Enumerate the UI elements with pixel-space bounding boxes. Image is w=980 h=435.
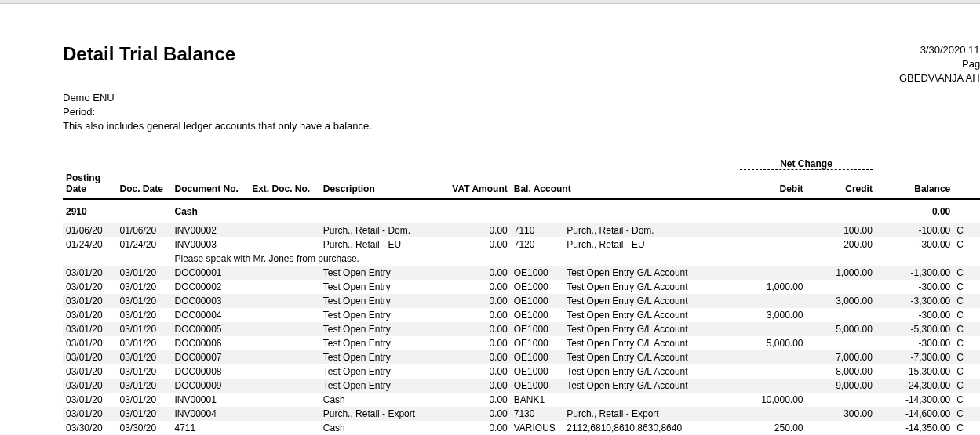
ledger-row: 03/01/2003/01/20DOC00009Test Open Entry0…: [63, 379, 980, 393]
col-balance: Balance: [876, 172, 953, 199]
group-header-row: Net Change: [63, 157, 980, 172]
ledger-row: 03/01/2003/01/20DOC00003Test Open Entry0…: [63, 294, 980, 308]
header-sub: Demo ENU Period: This also includes gene…: [63, 91, 980, 134]
detail-table: Net Change Posting Date Doc. Date Docume…: [63, 157, 980, 435]
comment-text: Please speak with Mr. Jones from purchas…: [171, 252, 980, 266]
report-user: GBEDV\ANJA AHLFELD: [899, 71, 980, 85]
col-description: Description: [320, 172, 442, 199]
opening-balance: 0.00: [876, 199, 953, 223]
col-posting-date: Posting Date: [63, 172, 116, 199]
col-doc-date: Doc. Date: [116, 172, 171, 199]
header-left: Detail Trial Balance: [63, 43, 235, 65]
column-header-row: Posting Date Doc. Date Document No. Ext.…: [63, 172, 980, 199]
col-credit: Credit: [807, 172, 876, 199]
ledger-row: 03/30/2003/30/204711Cash0.00VARIOUS2112;…: [63, 421, 980, 435]
report-title: Detail Trial Balance: [63, 43, 235, 65]
col-doc-no: Document No.: [171, 172, 249, 199]
ledger-row: 03/01/2003/01/20DOC00008Test Open Entry0…: [63, 364, 980, 379]
account-no: 2910: [63, 199, 116, 223]
ledger-row: 03/01/2003/01/20DOC00002Test Open Entry0…: [63, 280, 980, 294]
report-page: Detail Trial Balance 3/30/2020 11:55 AM …: [0, 4, 980, 435]
report-period-label: Period:: [63, 106, 95, 118]
table-body: 2910Cash0.0001/06/2001/06/20INV00002Purc…: [63, 199, 980, 435]
ledger-row: 03/01/2003/01/20DOC00001Test Open Entry0…: [63, 266, 980, 280]
ledger-row: 03/01/2003/01/20INV00004Purch., Retail -…: [63, 407, 980, 421]
ledger-row: 03/01/2003/01/20DOC00004Test Open Entry0…: [63, 308, 980, 322]
account-header-row: 2910Cash0.00: [63, 199, 980, 223]
ledger-row: 01/24/2001/24/20INV00003Purch., Retail -…: [63, 237, 980, 252]
account-name: Cash: [171, 199, 875, 223]
comment-row: Please speak with Mr. Jones from purchas…: [63, 252, 980, 266]
ledger-row: 03/01/2003/01/20DOC00005Test Open Entry0…: [63, 322, 980, 336]
header-right: 3/30/2020 11:55 AM Page: 1 / 1 GBEDV\ANJ…: [899, 43, 980, 86]
col-vat-amount: VAT Amount: [441, 172, 510, 199]
col-debit: Debit: [737, 172, 806, 199]
col-entry-no: Entry No.: [968, 172, 980, 199]
report-company: Demo ENU: [63, 91, 980, 105]
netchange-group-label: Net Change: [737, 157, 876, 172]
col-ext-doc-no: Ext. Doc. No.: [249, 172, 320, 199]
report-header: Detail Trial Balance 3/30/2020 11:55 AM …: [63, 43, 980, 86]
report-note: This also includes general ledger accoun…: [63, 119, 980, 133]
ledger-row: 01/06/2001/06/20INV00002Purch., Retail -…: [63, 223, 980, 237]
ledger-row: 03/01/2003/01/20INV00001Cash0.00BANK110,…: [63, 393, 980, 407]
report-datetime: 3/30/2020 11:55 AM: [899, 43, 980, 57]
ledger-row: 03/01/2003/01/20DOC00006Test Open Entry0…: [63, 336, 980, 350]
report-page-label: Page: 1 / 1: [899, 57, 980, 71]
netchange-underline: [740, 169, 873, 170]
col-bal-account: Bal. Account: [511, 172, 737, 199]
ledger-row: 03/01/2003/01/20DOC00007Test Open Entry0…: [63, 350, 980, 364]
